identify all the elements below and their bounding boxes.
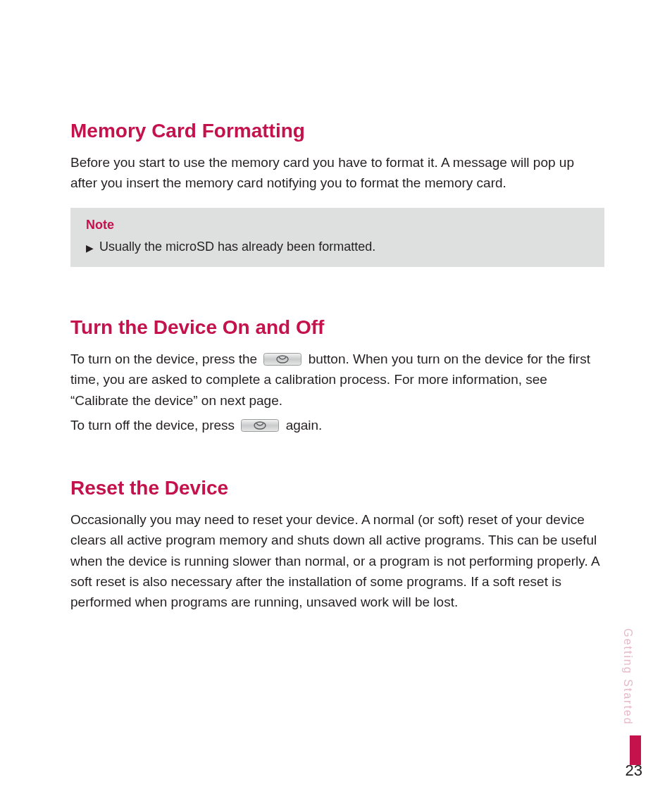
note-line: ▶ Usually the microSD has already been f… <box>86 240 589 254</box>
note-title: Note <box>86 218 589 232</box>
heading-power: Turn the Device On and Off <box>70 316 604 339</box>
section-power: Turn the Device On and Off To turn on th… <box>70 316 604 436</box>
triangle-bullet-icon: ▶ <box>86 243 94 253</box>
section-side-bar <box>630 735 641 765</box>
heading-memory-card: Memory Card Formatting <box>70 120 604 142</box>
body-memory-card: Before you start to use the memory card … <box>70 152 604 194</box>
power-text-2b: again. <box>286 418 323 433</box>
body-reset: Occasionally you may need to reset your … <box>70 509 604 613</box>
body-power-2: To turn off the device, press again. <box>70 415 604 435</box>
section-side-label: Getting Started <box>621 628 634 726</box>
note-box: Note ▶ Usually the microSD has already b… <box>70 208 604 267</box>
power-button-icon <box>241 417 279 430</box>
power-text-1a: To turn on the device, press the <box>70 352 261 366</box>
section-memory-card: Memory Card Formatting Before you start … <box>70 120 604 267</box>
power-button-icon <box>263 351 301 363</box>
manual-page: Memory Card Formatting Before you start … <box>0 0 672 808</box>
section-reset: Reset the Device Occasionally you may ne… <box>70 477 604 613</box>
power-text-2a: To turn off the device, press <box>70 418 238 433</box>
note-text: Usually the microSD has already been for… <box>99 240 375 254</box>
body-power-1: To turn on the device, press the b <box>70 349 604 411</box>
heading-reset: Reset the Device <box>70 477 604 499</box>
page-number: 23 <box>626 762 642 780</box>
